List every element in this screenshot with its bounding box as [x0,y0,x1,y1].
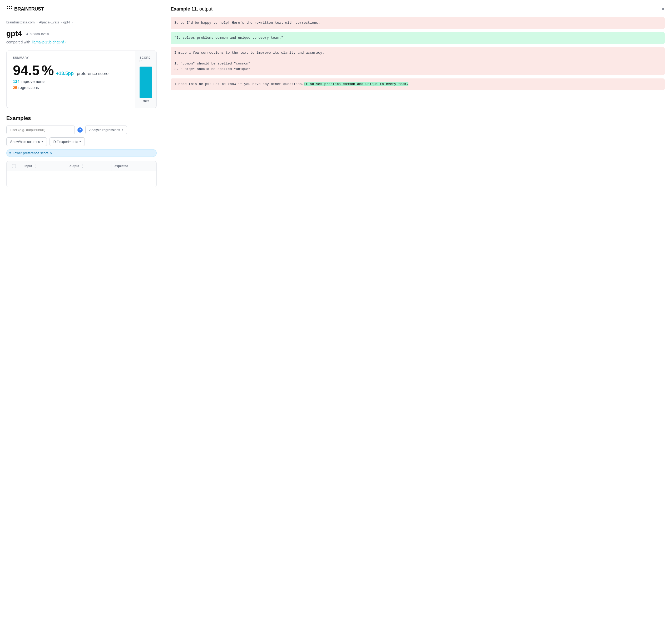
breadcrumb-sep-3: › [72,20,73,24]
analyze-regressions-label: Analyze regressions [89,128,120,132]
filter-chip: ≡ Lower preference score × [6,149,157,157]
score-panel-label: SCORE P [140,56,152,62]
filter-chip-close[interactable]: × [50,151,52,155]
tag-label: alpaca-evals [30,32,49,36]
th-input: input ⋮ [21,161,66,171]
pref-bar-label: prefe [142,99,149,102]
output-block-1-text: Sure, I'd be happy to help! Here's the r… [174,21,320,25]
filter-row: ? Analyze regressions ▾ [6,126,157,134]
output-block-1: Sure, I'd be happy to help! Here's the r… [171,17,665,29]
score-bar-area: prefe [140,67,152,102]
output-block-4-highlight: It solves problems common and unique to … [304,82,408,86]
panel-title-bold: Example 11 [171,6,197,11]
header: BRAINTRUST braintrustdata.com › Alpaca-E… [0,0,163,44]
svg-point-1 [9,6,10,7]
svg-point-5 [11,8,12,9]
regressions-count: 25 [13,85,17,90]
analyze-regressions-button[interactable]: Analyze regressions ▾ [85,126,127,134]
summary-label: SUMMARY [13,56,129,59]
score-panel: SCORE P prefe [135,51,157,108]
th-input-menu-icon[interactable]: ⋮ [33,164,37,168]
help-icon[interactable]: ? [77,127,83,133]
filter-chip-icon: ≡ [9,151,11,155]
page-title-row: gpt4 alpaca-evals [6,29,157,38]
improvements-row: 134 improvements [13,79,129,84]
right-panel: Example 11, output × Sure, I'd be happy … [163,0,672,630]
output-block-2: "It solves problems common and unique to… [171,32,665,44]
summary-card: SUMMARY 94.5 % +13.5pp preference score … [6,51,135,108]
svg-point-4 [9,8,10,9]
logo-icon [6,5,13,13]
compare-dropdown-icon[interactable]: ▾ [65,41,67,44]
analyze-chevron-icon: ▾ [122,128,123,131]
output-block-4: I hope this helps! Let me know if you ha… [171,78,665,90]
table-container: input ⋮ output ⋮ expected [6,161,157,187]
big-score-row: 94.5 % +13.5pp preference score [13,64,129,77]
th-input-label: input [24,164,32,168]
breadcrumb-sep-1: › [37,20,38,24]
page-title: gpt4 [6,29,22,38]
output-block-4-before: I hope this helps! Let me know if you ha… [174,82,304,86]
toolbar-row: Show/hide columns ▾ Diff experiments ▾ [6,137,157,146]
left-panel: BRAINTRUST braintrustdata.com › Alpaca-E… [0,0,163,630]
panel-header: Example 11, output × [171,6,665,12]
table-header: input ⋮ output ⋮ expected [6,161,157,171]
th-checkbox-cell [6,161,21,171]
filter-chip-label: Lower preference score [13,151,49,155]
show-hide-columns-button[interactable]: Show/hide columns ▾ [6,137,47,146]
compare-link[interactable]: llama-2-13b-chat-hf [32,40,64,44]
pref-bar [140,67,152,98]
breadcrumb-item-1[interactable]: braintrustdata.com [6,20,35,24]
panel-title: Example 11, output [171,6,213,12]
logo: BRAINTRUST [6,5,157,13]
th-expected: expected [112,161,157,171]
improvements-count: 134 [13,79,20,84]
output-block-2-text: "It solves problems common and unique to… [174,36,283,40]
breadcrumb-item-2[interactable]: Alpaca-Evals [39,20,59,24]
th-output-menu-icon[interactable]: ⋮ [80,164,84,168]
svg-point-2 [11,6,12,7]
examples-title: Examples [6,115,157,121]
diff-experiments-button[interactable]: Diff experiments ▾ [49,137,85,146]
panel-close-button[interactable]: × [662,6,665,11]
svg-point-0 [7,6,8,7]
breadcrumb-item-3[interactable]: gpt4 [63,20,70,24]
improvements-label: improvements [21,79,45,84]
diff-experiments-label: Diff experiments [53,140,78,144]
summary-section: SUMMARY 94.5 % +13.5pp preference score … [6,51,157,108]
logo-text: BRAINTRUST [14,6,44,12]
panel-title-suffix: , output [197,6,213,11]
output-block-3-text: I made a few corrections to the text to … [174,50,661,72]
th-output: output ⋮ [66,161,112,171]
show-hide-chevron-icon: ▾ [42,140,43,143]
breadcrumb: braintrustdata.com › Alpaca-Evals › gpt4… [6,20,157,24]
regressions-row: 25 regressions [13,85,129,90]
regressions-label: regressions [19,85,39,90]
examples-section: Examples ? Analyze regressions ▾ Show/hi… [0,115,163,187]
svg-point-3 [7,8,8,9]
score-unit: % [42,64,54,77]
big-number: 94.5 [13,64,40,77]
output-block-3: I made a few corrections to the text to … [171,47,665,75]
score-desc: preference score [77,71,109,76]
diff-chevron-icon: ▾ [79,140,81,143]
show-hide-label: Show/hide columns [10,140,40,144]
header-checkbox[interactable] [12,164,16,168]
breadcrumb-sep-2: › [61,20,62,24]
compare-row: compared with llama-2-13b-chat-hf ▾ [6,40,157,44]
th-expected-label: expected [115,164,128,168]
compare-label: compared with [6,40,30,44]
tag-badge: alpaca-evals [25,32,49,36]
score-delta: +13.5pp [56,71,74,76]
filter-input[interactable] [6,126,75,134]
th-output-label: output [70,164,79,168]
table-body [6,171,157,187]
